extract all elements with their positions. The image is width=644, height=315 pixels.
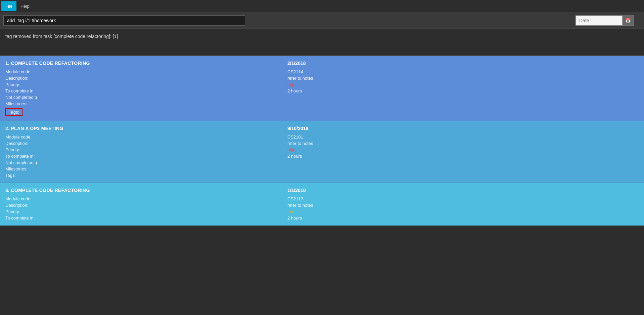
file-menu[interactable]: File (1, 1, 16, 11)
task-right: 9/10/2018CS2101refer to noteshigh2 hours (281, 126, 639, 178)
description-value: refer to notes (287, 141, 639, 146)
module-code-field: Module code: (5, 196, 281, 201)
task-right: 1/1/2018CS2113refer to noteslow2 hours (281, 188, 639, 221)
priority-field: Priority: (5, 147, 281, 152)
priority-value: low (287, 209, 639, 214)
output-area: tag removed from task [complete code ref… (0, 29, 644, 56)
module-code-field: Module code: (5, 69, 281, 74)
complete-in-field: To complete in: (5, 154, 281, 159)
description-value: refer to notes (287, 76, 639, 81)
task-left: 1. COMPLETE CODE REFACTORINGModule code:… (5, 61, 281, 116)
description-field: Description: (5, 203, 281, 208)
priority-field: Priority: (5, 82, 281, 87)
task-title: 3. COMPLETE CODE REFACTORING (5, 188, 281, 193)
priority-field: Priority: (5, 209, 281, 214)
complete-in-value: 2 hours (287, 154, 639, 159)
complete-in-value: 2 hours (287, 88, 639, 93)
task-item: 1. COMPLETE CODE REFACTORINGModule code:… (0, 56, 644, 121)
complete-in-field: To complete in: (5, 215, 281, 221)
tags-field: Tags: (5, 108, 281, 116)
date-input[interactable] (576, 15, 623, 26)
milestones-field: Milestones: (5, 101, 281, 106)
complete-in-value: 2 hours (287, 215, 639, 221)
date-picker-wrapper: 📅 (576, 15, 634, 26)
not-completed-field: Not completed :( (5, 95, 281, 100)
task-item: 2. PLAN A OP2 MEETINGModule code:Descrip… (0, 121, 644, 183)
task-title: 2. PLAN A OP2 MEETING (5, 126, 281, 131)
complete-in-field: To complete in: (5, 88, 281, 93)
priority-value: high (287, 147, 639, 152)
command-input[interactable] (3, 15, 245, 26)
task-right: 2/1/2018CS2114refer to noteshigh2 hours (281, 61, 639, 116)
module-code-value: CS2114 (287, 69, 639, 74)
task-left: 2. PLAN A OP2 MEETINGModule code:Descrip… (5, 126, 281, 178)
task-date: 2/1/2018 (287, 61, 639, 66)
description-field: Description: (5, 76, 281, 81)
date-picker-button[interactable]: 📅 (623, 15, 634, 26)
priority-value: high (287, 82, 639, 87)
milestones-field: Milestones: (5, 166, 281, 171)
task-list: 1. COMPLETE CODE REFACTORINGModule code:… (0, 56, 644, 226)
task-item: 3. COMPLETE CODE REFACTORINGModule code:… (0, 183, 644, 226)
tags-field: Tags: (5, 173, 281, 178)
module-code-value: CS2113 (287, 196, 639, 201)
task-title: 1. COMPLETE CODE REFACTORING (5, 61, 281, 66)
help-menu[interactable]: Help (16, 1, 34, 11)
task-date: 1/1/2018 (287, 188, 639, 193)
output-message: tag removed from task [complete code ref… (5, 34, 118, 39)
task-left: 3. COMPLETE CODE REFACTORINGModule code:… (5, 188, 281, 221)
calendar-icon: 📅 (625, 18, 631, 23)
module-code-field: Module code: (5, 134, 281, 140)
description-field: Description: (5, 141, 281, 146)
description-value: refer to notes (287, 203, 639, 208)
command-bar: 📅 (0, 12, 644, 29)
menu-bar: File Help (0, 0, 644, 12)
module-code-value: CS2101 (287, 134, 639, 140)
not-completed-field: Not completed :( (5, 160, 281, 165)
task-date: 9/10/2018 (287, 126, 639, 131)
